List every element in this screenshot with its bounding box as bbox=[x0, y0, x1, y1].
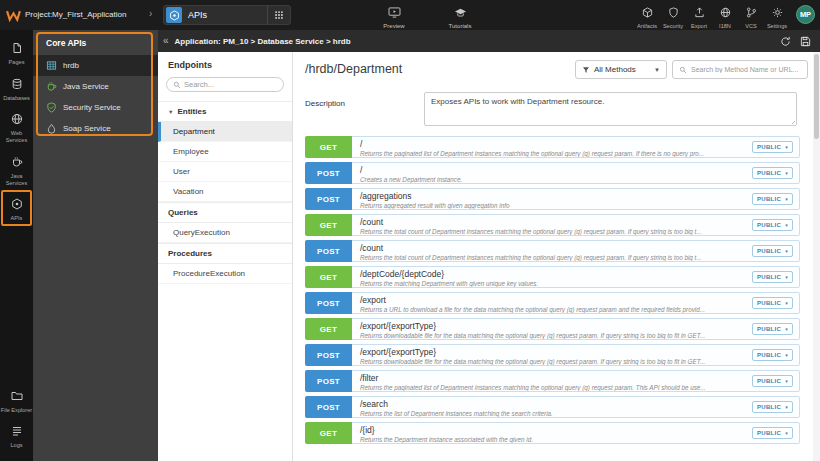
core-api-hrdb[interactable]: hrdb bbox=[33, 55, 158, 76]
description-label: Description bbox=[305, 99, 345, 108]
access-dropdown[interactable]: PUBLIC▾ bbox=[752, 219, 793, 231]
method-badge: POST bbox=[305, 240, 352, 262]
access-dropdown[interactable]: PUBLIC▾ bbox=[752, 167, 793, 179]
caret-down-icon: ▾ bbox=[785, 430, 788, 436]
access-label: PUBLIC bbox=[757, 430, 781, 436]
i18n-icon bbox=[720, 7, 731, 18]
scrollbar-thumb[interactable] bbox=[814, 54, 819, 139]
api-row[interactable]: GET/countReturns the total count of Depa… bbox=[305, 214, 800, 236]
api-row[interactable]: POST/filterReturns the paginated list of… bbox=[305, 370, 800, 392]
grid-menu-icon[interactable] bbox=[267, 6, 290, 24]
method-search-input[interactable] bbox=[691, 66, 801, 73]
databases-icon bbox=[11, 78, 23, 90]
refresh-icon[interactable] bbox=[780, 36, 791, 47]
preview-label: Preview bbox=[372, 23, 416, 29]
method-badge: GET bbox=[305, 266, 352, 288]
security-icon bbox=[668, 7, 679, 18]
save-icon[interactable] bbox=[800, 36, 811, 47]
api-row[interactable]: POST/Creates a new Department instance.P… bbox=[305, 162, 800, 184]
section-procedures[interactable]: Procedures bbox=[158, 243, 292, 264]
api-icon bbox=[11, 198, 23, 210]
tree-item-user[interactable]: User bbox=[158, 162, 292, 182]
tree-item-procedureexecution[interactable]: ProcedureExecution bbox=[158, 264, 292, 284]
tool-label: Settings bbox=[764, 23, 790, 29]
nav-apis[interactable]: APIs bbox=[0, 190, 33, 226]
tool-artifacts[interactable]: Artifacts bbox=[634, 4, 660, 29]
endpoints-search[interactable] bbox=[166, 77, 284, 92]
access-dropdown[interactable]: PUBLIC▾ bbox=[752, 193, 793, 205]
access-label: PUBLIC bbox=[757, 378, 781, 384]
tool-i18n[interactable]: I18N bbox=[712, 4, 738, 29]
access-dropdown[interactable]: PUBLIC▾ bbox=[752, 401, 793, 413]
tool-label: I18N bbox=[712, 23, 738, 29]
api-path: / bbox=[360, 139, 362, 149]
api-row[interactable]: POST/searchReturns the list of Departmen… bbox=[305, 396, 800, 418]
workspace-selector[interactable]: APIs bbox=[163, 5, 291, 25]
topbar: Project:My_First_Application › APIs Prev… bbox=[0, 0, 820, 30]
access-dropdown[interactable]: PUBLIC▾ bbox=[752, 297, 793, 309]
methods-filter-label: All Methods bbox=[594, 65, 636, 74]
core-api-java-service[interactable]: Java Service bbox=[33, 76, 158, 97]
chevron-right-icon[interactable]: › bbox=[149, 8, 152, 19]
preview-button[interactable]: Preview bbox=[372, 4, 416, 29]
nav-web-services[interactable]: Web Services bbox=[0, 105, 33, 147]
tree-item-department[interactable]: Department bbox=[158, 122, 292, 142]
collapse-panel-icon[interactable]: « bbox=[158, 35, 175, 47]
api-row[interactable]: GET/export/{exportType}Returns downloada… bbox=[305, 318, 800, 340]
project-name[interactable]: Project:My_First_Application bbox=[25, 10, 126, 19]
nav-file-explorer[interactable]: File Explorer bbox=[0, 382, 33, 418]
tree-item-queryexecution[interactable]: QueryExecution bbox=[158, 223, 292, 243]
access-dropdown[interactable]: PUBLIC▾ bbox=[752, 427, 793, 439]
api-row[interactable]: POST/countReturns the total count of Dep… bbox=[305, 240, 800, 262]
tree-item-vacation[interactable]: Vacation bbox=[158, 182, 292, 202]
methods-filter-dropdown[interactable]: All Methods ▼ bbox=[575, 60, 667, 79]
access-label: PUBLIC bbox=[757, 352, 781, 358]
method-badge: POST bbox=[305, 162, 352, 184]
api-row[interactable]: GET/Returns the paginated list of Depart… bbox=[305, 136, 800, 158]
tool-security[interactable]: Security bbox=[660, 4, 686, 29]
caret-down-icon: ▾ bbox=[785, 300, 788, 306]
access-dropdown[interactable]: PUBLIC▾ bbox=[752, 245, 793, 257]
core-api-label: hrdb bbox=[63, 61, 79, 70]
api-row[interactable]: GET/{id}Returns the Department instance … bbox=[305, 422, 800, 444]
core-api-soap-service[interactable]: Soap Service bbox=[33, 118, 158, 139]
api-description: Returns the total count of Department in… bbox=[360, 254, 727, 261]
tool-export[interactable]: Export bbox=[686, 4, 712, 29]
access-dropdown[interactable]: PUBLIC▾ bbox=[752, 141, 793, 153]
api-row[interactable]: POST/aggregationsReturns aggregated resu… bbox=[305, 188, 800, 210]
section-queries[interactable]: Queries bbox=[158, 202, 292, 223]
api-row[interactable]: POST/exportReturns a URL to download a f… bbox=[305, 292, 800, 314]
nav-databases[interactable]: Databases bbox=[0, 70, 33, 106]
nav-pages[interactable]: Pages bbox=[0, 34, 33, 70]
api-description: Returns the Department instance associat… bbox=[360, 436, 727, 443]
artifacts-icon bbox=[642, 7, 653, 18]
endpoints-search-input[interactable] bbox=[184, 80, 269, 89]
avatar[interactable]: MP bbox=[796, 5, 815, 24]
core-api-security-service[interactable]: Security Service bbox=[33, 97, 158, 118]
wavemaker-logo-icon bbox=[6, 9, 21, 21]
nav-logs[interactable]: Logs bbox=[0, 417, 33, 453]
method-badge: GET bbox=[305, 136, 352, 158]
section-entities[interactable]: ▼Entities bbox=[158, 101, 292, 122]
caret-down-icon: ▾ bbox=[785, 144, 788, 150]
nav-java-services[interactable]: Java Services bbox=[0, 148, 33, 190]
export-icon bbox=[694, 7, 705, 18]
tree-item-employee[interactable]: Employee bbox=[158, 142, 292, 162]
method-search[interactable] bbox=[672, 60, 808, 79]
caret-down-icon: ▾ bbox=[785, 248, 788, 254]
access-dropdown[interactable]: PUBLIC▾ bbox=[752, 271, 793, 283]
api-path: / bbox=[360, 165, 362, 175]
access-dropdown[interactable]: PUBLIC▾ bbox=[752, 323, 793, 335]
nav-label: Logs bbox=[0, 442, 33, 449]
vertical-scrollbar[interactable] bbox=[813, 52, 820, 461]
api-row[interactable]: GET/deptCode/{deptCode}Returns the match… bbox=[305, 266, 800, 288]
access-dropdown[interactable]: PUBLIC▾ bbox=[752, 375, 793, 387]
api-row[interactable]: POST/export/{exportType}Returns download… bbox=[305, 344, 800, 366]
description-textarea[interactable]: Exposes APIs to work with Department res… bbox=[424, 92, 797, 126]
method-badge: POST bbox=[305, 370, 352, 392]
tutorials-button[interactable]: Tutorials bbox=[438, 4, 482, 29]
tool-settings[interactable]: Settings bbox=[764, 4, 790, 29]
page-title: /hrdb/Department bbox=[305, 62, 402, 76]
tool-vcs[interactable]: VCS bbox=[738, 4, 764, 29]
access-dropdown[interactable]: PUBLIC▾ bbox=[752, 349, 793, 361]
